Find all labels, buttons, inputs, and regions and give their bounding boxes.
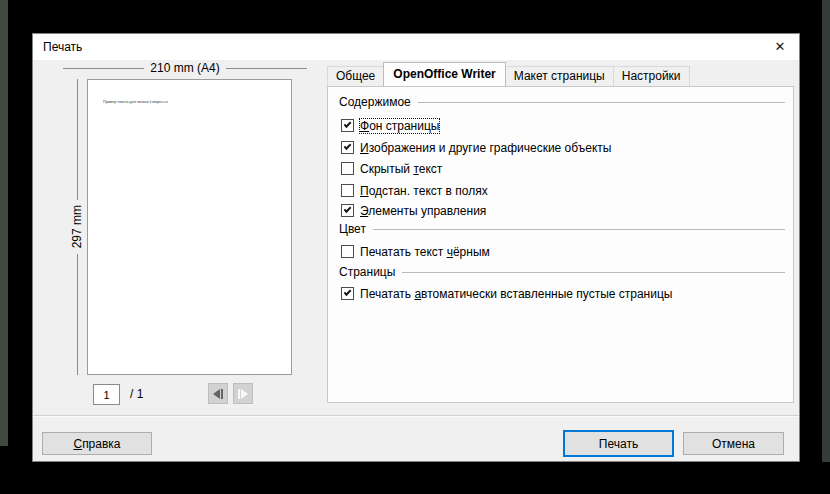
- check-icon: [344, 142, 352, 150]
- next-page-icon: [241, 389, 248, 399]
- previous-page-button[interactable]: [208, 383, 228, 404]
- tab-page-openoffice-writer: Содержимое Фон страницы Изображения и др…: [327, 86, 794, 403]
- previous-page-icon-bar: [221, 389, 223, 399]
- previous-page-icon: [213, 389, 220, 399]
- checkbox-form-controls[interactable]: Элементы управления: [341, 203, 486, 218]
- checkbox-box[interactable]: [341, 184, 354, 197]
- window-title: Печать: [43, 34, 82, 60]
- checkbox-box[interactable]: [341, 287, 354, 300]
- print-preview-page: Пример текста для печати Lumpics.ru: [87, 79, 292, 375]
- group-pages-title: Страницы: [339, 265, 395, 279]
- checkbox-label: Изображения и другие графические объекты: [360, 141, 611, 155]
- next-page-icon-bar: [238, 389, 240, 399]
- titlebar[interactable]: Печать ✕: [33, 34, 799, 60]
- wallpaper-strip-left: [0, 0, 8, 446]
- dimension-line: [77, 79, 78, 200]
- next-page-button[interactable]: [233, 383, 253, 404]
- checkbox-page-background[interactable]: Фон страницы: [341, 118, 439, 133]
- page-width-label: 210 mm (A4): [150, 61, 219, 75]
- group-color: Цвет: [339, 222, 785, 236]
- checkbox-print-blank-pages[interactable]: Печатать автоматически вставленные пусты…: [341, 286, 672, 301]
- checkbox-label: Фон страницы: [360, 119, 439, 133]
- dimension-line: [226, 68, 307, 69]
- wallpaper-strip-right: [822, 0, 830, 462]
- check-icon: [344, 288, 352, 296]
- print-button[interactable]: Печать: [563, 430, 674, 457]
- print-dialog: Печать ✕ 210 mm (A4) 297 mm Пример текст…: [32, 33, 800, 462]
- bottom-separator: [33, 415, 799, 417]
- page-width-dimension: 210 mm (A4): [63, 61, 307, 75]
- group-line: [373, 229, 785, 230]
- checkbox-box[interactable]: [341, 162, 354, 175]
- group-pages: Страницы: [339, 265, 785, 279]
- close-icon[interactable]: ✕: [767, 37, 793, 57]
- checkbox-box[interactable]: [341, 141, 354, 154]
- cancel-button[interactable]: Отмена: [683, 432, 784, 455]
- checkbox-label: Печатать текст чёрным: [360, 245, 490, 259]
- page-total-label: / 1: [130, 387, 143, 401]
- check-icon: [344, 120, 352, 128]
- tab-openoffice-writer[interactable]: OpenOffice Writer: [383, 62, 505, 86]
- page-height-label: 297 mm: [70, 205, 84, 248]
- group-line: [418, 102, 785, 103]
- group-content: Содержимое: [339, 95, 785, 109]
- dimension-line: [77, 254, 78, 375]
- checkbox-label: Элементы управления: [360, 204, 486, 218]
- checkbox-hidden-text[interactable]: Скрытый текст: [341, 161, 442, 176]
- desktop-background: Печать ✕ 210 mm (A4) 297 mm Пример текст…: [0, 0, 830, 494]
- checkbox-box[interactable]: [341, 245, 354, 258]
- tab-page-layout[interactable]: Макет страницы: [505, 66, 614, 86]
- group-content-title: Содержимое: [339, 95, 411, 109]
- checkbox-label: Скрытый текст: [360, 162, 442, 176]
- dimension-line: [63, 68, 144, 69]
- checkbox-box[interactable]: [341, 204, 354, 217]
- checkbox-label: Печатать автоматически вставленные пусты…: [360, 287, 672, 301]
- checkbox-images-objects[interactable]: Изображения и другие графические объекты: [341, 140, 611, 155]
- preview-page-text: Пример текста для печати Lumpics.ru: [103, 100, 168, 104]
- checkbox-placeholder-text[interactable]: Подстан. текст в полях: [341, 183, 488, 198]
- group-line: [402, 272, 785, 273]
- group-color-title: Цвет: [339, 222, 366, 236]
- checkbox-label: Подстан. текст в полях: [360, 184, 488, 198]
- page-height-dimension: 297 mm: [69, 79, 85, 375]
- help-button[interactable]: Справка: [42, 432, 152, 455]
- checkbox-box[interactable]: [341, 119, 354, 132]
- page-number-input[interactable]: [93, 384, 120, 405]
- tab-general[interactable]: Общее: [327, 66, 384, 86]
- tab-bar: Общее OpenOffice Writer Макет страницы Н…: [327, 62, 689, 86]
- check-icon: [344, 205, 352, 213]
- tab-options[interactable]: Настройки: [613, 66, 690, 86]
- checkbox-print-text-black[interactable]: Печатать текст чёрным: [341, 244, 490, 259]
